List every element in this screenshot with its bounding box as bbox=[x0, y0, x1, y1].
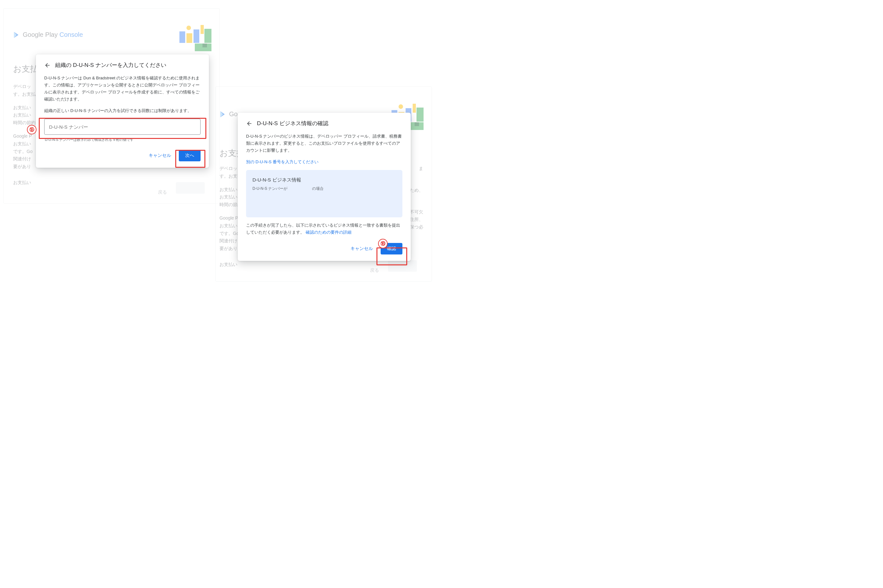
bg-back-button: 戻る bbox=[152, 187, 173, 198]
card-title: D-U-N-S ビジネス情報 bbox=[253, 176, 396, 184]
cancel-button[interactable]: キャンセル bbox=[344, 243, 379, 255]
brand-text-grey: Google Play bbox=[23, 31, 58, 38]
brand-text-fragment: Go bbox=[229, 110, 238, 118]
bg-text: お支払い bbox=[220, 261, 242, 268]
brand-text-blue: Console bbox=[60, 31, 83, 38]
modal-footer-text: この手続きが完了したら、以下に示されているビジネス情報と一致する書類を提出してい… bbox=[246, 222, 402, 236]
bg-next-disabled bbox=[388, 260, 417, 272]
back-arrow-icon[interactable] bbox=[246, 120, 253, 127]
bg-text: デベロッ bbox=[13, 84, 31, 89]
bg-next-disabled bbox=[176, 182, 205, 194]
bg-text: 保つ必 bbox=[410, 224, 423, 231]
enter-different-duns-link[interactable]: 別の D-U-N-S 番号を入力してください bbox=[246, 159, 319, 164]
annotation-badge-15: ⑮ bbox=[27, 125, 36, 134]
duns-confirm-modal: D-U-N-S ビジネス情報の確認 D-U-N-S ナンバーのビジネス情報は、デ… bbox=[238, 112, 411, 261]
bg-text: ため、 bbox=[410, 187, 423, 194]
duns-entry-modal: 組織の D-U-N-S ナンバーを入力してください D-U-N-S ナンバーは … bbox=[36, 54, 209, 168]
play-store-icon bbox=[220, 111, 227, 118]
card-subtitle-part2: の場合 bbox=[312, 186, 323, 191]
bg-back-button: 戻る bbox=[364, 265, 385, 276]
back-arrow-icon[interactable] bbox=[44, 62, 51, 69]
requirements-link[interactable]: 確認のための要件の詳細 bbox=[305, 230, 352, 235]
duns-number-input[interactable] bbox=[44, 119, 200, 135]
modal-title: 組織の D-U-N-S ナンバーを入力してください bbox=[55, 62, 166, 69]
modal-description: D-U-N-S ナンバーのビジネス情報は、デベロッパー プロフィール、請求書、税… bbox=[246, 133, 402, 154]
modal-description-1: D-U-N-S ナンバーは Dun & Bradstreet のビジネス情報を確… bbox=[44, 75, 200, 103]
business-info-card: D-U-N-S ビジネス情報 D-U-N-S ナンバーが の場合 bbox=[246, 170, 402, 218]
decorative-shapes bbox=[179, 22, 215, 51]
input-helper-text: D-U-N-S ナンバーは数字のみで構成される 9 桁の値です bbox=[45, 136, 200, 143]
bg-text: 不可欠 bbox=[410, 208, 423, 216]
annotation-badge-16: ⑯ bbox=[378, 239, 388, 248]
card-subtitle-part1: D-U-N-S ナンバーが bbox=[253, 186, 287, 191]
bg-text: 住所、 bbox=[410, 216, 423, 224]
next-button[interactable]: 次へ bbox=[179, 150, 200, 161]
cancel-button[interactable]: キャンセル bbox=[142, 150, 178, 161]
modal-title: D-U-N-S ビジネス情報の確認 bbox=[257, 120, 328, 127]
brand-logo: Go bbox=[220, 110, 238, 118]
modal-description-2: 組織の正しい D-U-N-S ナンバーの入力を試行できる回数には制限があります。 bbox=[44, 107, 200, 114]
play-store-icon bbox=[13, 32, 20, 38]
bg-text: ま bbox=[410, 165, 423, 172]
